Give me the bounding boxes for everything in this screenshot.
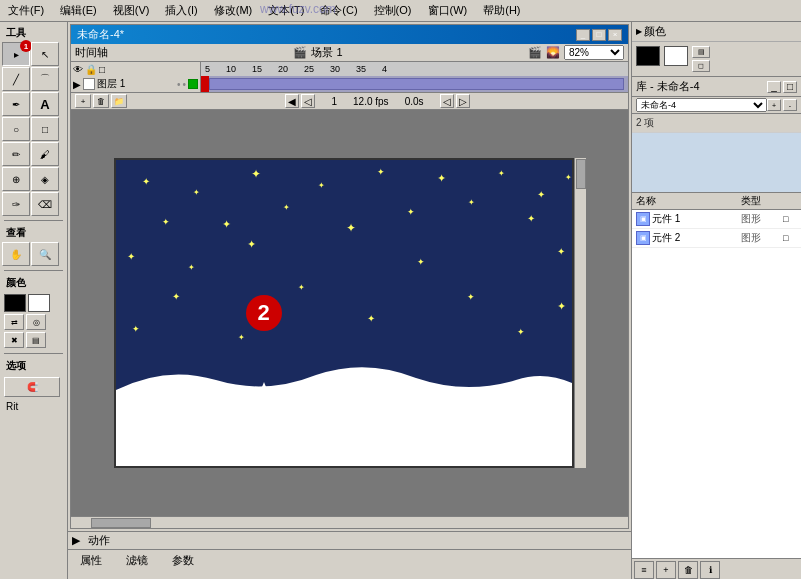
- doc-close-btn[interactable]: ×: [608, 29, 622, 41]
- oval-tool[interactable]: ○: [2, 117, 30, 141]
- color-section: ⇄ ◎ ✖ ▤: [2, 292, 65, 350]
- svg-text:✦: ✦: [497, 169, 504, 178]
- eraser-tool[interactable]: ⌫: [31, 192, 59, 216]
- lasso-tool[interactable]: ⌒: [31, 67, 59, 91]
- subselect-tool[interactable]: ↖: [31, 42, 59, 66]
- svg-text:✦: ✦: [377, 167, 385, 177]
- tab-filters[interactable]: 滤镜: [122, 552, 152, 569]
- delete-layer-btn[interactable]: 🗑: [93, 94, 109, 108]
- hscroll-thumb[interactable]: [91, 518, 151, 528]
- hand-icon: ✋: [10, 249, 22, 260]
- menu-item-view[interactable]: 视图(V): [109, 2, 154, 19]
- frame-control-1[interactable]: ◀: [285, 94, 299, 108]
- lasso-icon: ⌒: [40, 72, 50, 86]
- timeline-nav-right[interactable]: ▷: [456, 94, 470, 108]
- timeline-nav-left[interactable]: ◁: [440, 94, 454, 108]
- fill-color[interactable]: [28, 294, 50, 312]
- menu-item-edit[interactable]: 编辑(E): [56, 2, 101, 19]
- doc-restore-btn[interactable]: □: [592, 29, 606, 41]
- zoom-select[interactable]: 82%: [564, 45, 624, 60]
- lib-bottom-btn-1[interactable]: ≡: [634, 561, 654, 579]
- left-bottom-text: Rit: [4, 399, 20, 414]
- layer-row: ▶ 图层 1 • •: [71, 76, 628, 92]
- expand-arrow[interactable]: ▶: [72, 534, 80, 547]
- pen-tool[interactable]: ✒: [2, 92, 30, 116]
- lib-item-icon-0: ▣: [636, 212, 650, 226]
- scene-label: 场景 1: [311, 45, 342, 60]
- timeline-scene: 🎬 场景 1: [293, 45, 342, 60]
- svg-text:✦: ✦: [192, 188, 199, 197]
- pencil-icon: ✏: [12, 149, 20, 160]
- options-snap[interactable]: 🧲: [4, 377, 60, 397]
- lib-bottom-btn-2[interactable]: +: [656, 561, 676, 579]
- lib-item-0[interactable]: ▣ 元件 1 图形 □: [632, 210, 801, 229]
- layer-folder-btn[interactable]: 📁: [111, 94, 127, 108]
- lib-bottom-btn-3[interactable]: 🗑: [678, 561, 698, 579]
- pen-icon: ✒: [12, 99, 20, 110]
- lib-btn-2[interactable]: -: [783, 99, 797, 111]
- lib-btn-1[interactable]: +: [767, 99, 781, 111]
- stroke-swatch[interactable]: [636, 46, 660, 66]
- lib-bottom-icon-4: ℹ: [709, 565, 712, 575]
- stroke-color[interactable]: [4, 294, 26, 312]
- none-color-btn[interactable]: ✖: [4, 332, 24, 348]
- lib-expand-btn[interactable]: □: [783, 81, 797, 93]
- add-layer-icon: +: [81, 97, 86, 106]
- toolbar-divider-1: [4, 220, 63, 221]
- menu-item-file[interactable]: 文件(F): [4, 2, 48, 19]
- fill-icon: ◈: [41, 174, 49, 185]
- default-colors-btn[interactable]: ◎: [26, 314, 46, 330]
- menu-item-help[interactable]: 帮助(H): [479, 2, 524, 19]
- menu-item-modify[interactable]: 修改(M): [210, 2, 257, 19]
- swap-colors-btn[interactable]: ⇄: [4, 314, 24, 330]
- gradient-control[interactable]: ▤: [692, 46, 710, 58]
- tool-row-view: ✋ 🔍: [2, 242, 65, 266]
- canvas-area[interactable]: ✦ ✦ ✦ ✦ ✦ ✦ ✦ ✦ ✦ ✦ ✦ ✦: [71, 110, 628, 516]
- lib-item-name-0: 元件 1: [652, 212, 739, 226]
- lib-bottom-btn-4[interactable]: ℹ: [700, 561, 720, 579]
- frame-track[interactable]: [201, 76, 628, 92]
- stage-canvas: ✦ ✦ ✦ ✦ ✦ ✦ ✦ ✦ ✦ ✦ ✦ ✦: [114, 158, 574, 468]
- gradient-btn[interactable]: ▤: [26, 332, 46, 348]
- lib-minimize-btn[interactable]: _: [767, 81, 781, 93]
- ink-tool[interactable]: ✑: [2, 192, 30, 216]
- menu-item-control[interactable]: 控制(O): [370, 2, 416, 19]
- fill-tool[interactable]: ◈: [31, 167, 59, 191]
- eye-icon: 👁: [73, 64, 83, 75]
- hand-tool[interactable]: ✋: [2, 242, 30, 266]
- lib-item-check-0: □: [783, 214, 797, 224]
- text-icon: A: [40, 97, 49, 112]
- stars-group: ✦ ✦ ✦ ✦ ✦ ✦ ✦ ✦ ✦ ✦ ✦ ✦: [127, 167, 572, 342]
- stage-number-text: 2: [257, 300, 269, 326]
- add-layer-btn[interactable]: +: [75, 94, 91, 108]
- fill-swatch[interactable]: [664, 46, 688, 66]
- playhead[interactable]: [201, 76, 209, 92]
- menu-item-insert[interactable]: 插入(I): [161, 2, 201, 19]
- none-icon: ✖: [11, 336, 18, 345]
- vertical-scrollbar[interactable]: [574, 158, 586, 468]
- horizontal-scrollbar[interactable]: [71, 516, 628, 528]
- text-tool[interactable]: A: [31, 92, 59, 116]
- line-tool[interactable]: ╱: [2, 67, 30, 91]
- lib-item-1[interactable]: ▣ 元件 2 图形 □: [632, 229, 801, 248]
- tab-properties[interactable]: 属性: [76, 552, 106, 569]
- brush-tool[interactable]: 🖌: [31, 142, 59, 166]
- svg-text:✦: ✦: [282, 203, 289, 212]
- pencil-tool[interactable]: ✏: [2, 142, 30, 166]
- doc-minimize-btn[interactable]: _: [576, 29, 590, 41]
- frame-control-2[interactable]: ◁: [301, 94, 315, 108]
- color-panel-title[interactable]: ▶ 颜色: [632, 22, 801, 42]
- tool-row-5: ✏ 🖌: [2, 142, 65, 166]
- vscroll-thumb[interactable]: [576, 159, 586, 189]
- alpha-control[interactable]: ◻: [692, 60, 710, 72]
- tab-params[interactable]: 参数: [168, 552, 198, 569]
- menu-item-window[interactable]: 窗口(W): [424, 2, 472, 19]
- delete-layer-icon: 🗑: [97, 97, 105, 106]
- line-icon: ╱: [13, 74, 19, 85]
- freetransform-tool[interactable]: ⊕: [2, 167, 30, 191]
- select-tool[interactable]: ▸ 1: [2, 42, 30, 66]
- rect-tool[interactable]: □: [31, 117, 59, 141]
- library-dropdown[interactable]: 未命名-4: [636, 98, 767, 112]
- zoom-tool[interactable]: 🔍: [31, 242, 59, 266]
- svg-text:✦: ✦: [467, 198, 474, 207]
